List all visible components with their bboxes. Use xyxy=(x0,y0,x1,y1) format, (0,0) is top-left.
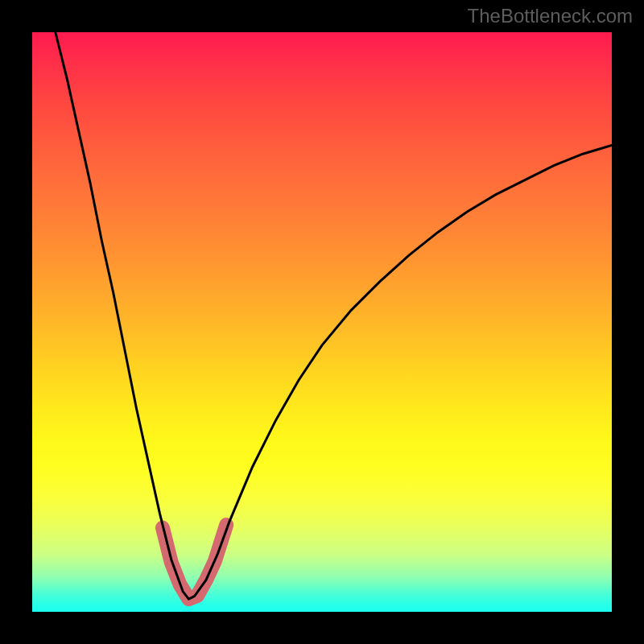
bottleneck-curve xyxy=(56,32,612,599)
curve-layer xyxy=(32,32,612,612)
plot-area xyxy=(32,32,612,612)
chart-container: TheBottleneck.com xyxy=(0,0,644,644)
watermark-text: TheBottleneck.com xyxy=(468,5,633,27)
